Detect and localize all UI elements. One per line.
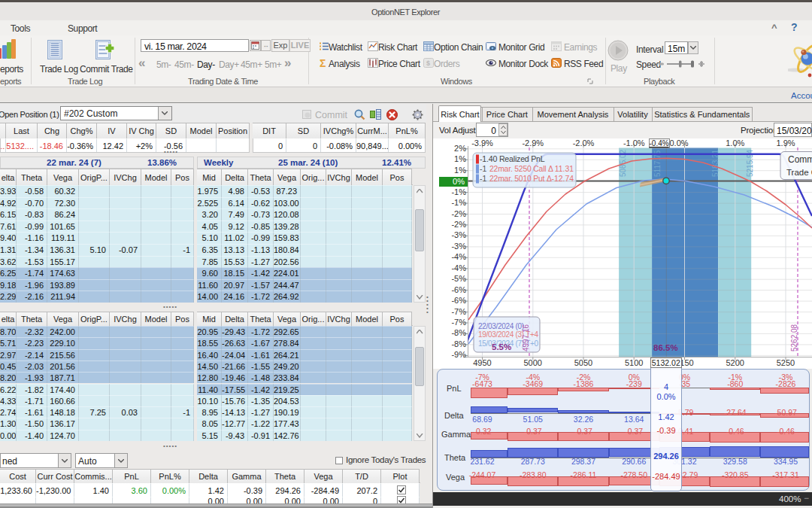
svg-text:-1: -1 bbox=[480, 175, 486, 183]
svg-text:22/03/2024 (0): 22/03/2024 (0) bbox=[478, 322, 524, 330]
svg-text:5262.08: 5262.08 bbox=[790, 324, 798, 351]
svg-text:4997.16: 4997.16 bbox=[522, 324, 530, 351]
svg-text:86.5%: 86.5% bbox=[653, 343, 678, 352]
svg-text:-12.74: -12.74 bbox=[552, 175, 574, 183]
svg-text:Comme: Comme bbox=[788, 154, 812, 165]
svg-text:11.31: 11.31 bbox=[555, 165, 574, 173]
svg-text:22mar. 5010 Put Δ: 22mar. 5010 Put Δ bbox=[489, 175, 552, 183]
svg-text:-1.40 Realized PnL: -1.40 Realized PnL bbox=[480, 154, 545, 163]
svg-text:Σ: Σ bbox=[320, 58, 326, 68]
svg-text:$: $ bbox=[426, 59, 430, 67]
svg-text:5.5%: 5.5% bbox=[492, 342, 511, 351]
svg-text:-1: -1 bbox=[480, 165, 486, 173]
svg-text:Trade O: Trade O bbox=[786, 168, 812, 177]
svg-text:22mar. 5250 Call Δ: 22mar. 5250 Call Δ bbox=[489, 165, 553, 173]
